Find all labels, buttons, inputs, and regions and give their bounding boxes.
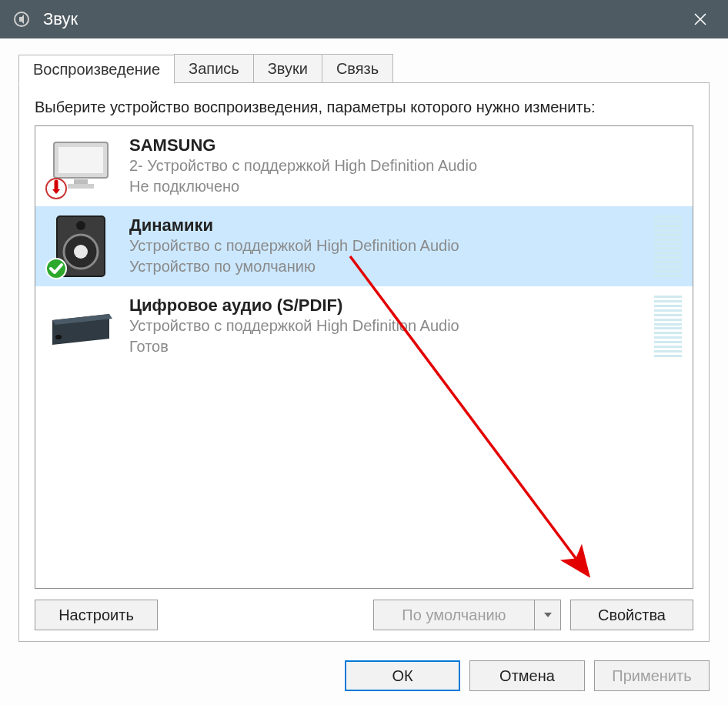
tab-row: ВоспроизведениеЗаписьЗвукиСвязь	[18, 54, 710, 83]
device-name: SAMSUNG	[129, 135, 682, 155]
svg-point-11	[55, 335, 62, 339]
speaker-icon	[46, 214, 115, 279]
set-default-dropdown[interactable]	[535, 600, 561, 630]
cancel-button[interactable]: Отмена	[469, 660, 585, 691]
set-default-button[interactable]: По умолчанию	[373, 600, 535, 630]
instruction-text: Выберите устройство воспроизведения, пар…	[35, 97, 693, 118]
svg-point-9	[76, 221, 85, 230]
tab-panel-playback: Выберите устройство воспроизведения, пар…	[18, 82, 710, 642]
device-status: Не подключено	[129, 176, 682, 197]
level-meter	[654, 296, 682, 357]
tab-звуки[interactable]: Звуки	[253, 54, 322, 83]
device-name: Цифровое аудио (S/PDIF)	[129, 296, 646, 316]
tab-связь[interactable]: Связь	[322, 54, 393, 83]
sound-dialog: Звук ВоспроизведениеЗаписьЗвукиСвязь Выб…	[0, 0, 728, 705]
set-default-splitbutton[interactable]: По умолчанию	[373, 600, 561, 630]
tab-запись[interactable]: Запись	[174, 54, 254, 83]
svg-rect-2	[58, 147, 103, 173]
dialog-button-row: ОК Отмена Применить	[0, 650, 728, 705]
tab-воспроизведение[interactable]: Воспроизведение	[18, 55, 175, 84]
svg-rect-3	[74, 179, 88, 184]
device-item[interactable]: ДинамикиУстройство с поддержкой High Def…	[35, 206, 693, 286]
device-description: Устройство с поддержкой High Definition …	[129, 236, 646, 256]
client-area: ВоспроизведениеЗаписьЗвукиСвязь Выберите…	[0, 38, 728, 650]
device-status: Готов	[129, 336, 646, 357]
device-description: Устройство с поддержкой High Definition …	[129, 316, 646, 336]
device-list[interactable]: SAMSUNG2- Устройство с поддержкой High D…	[35, 125, 693, 589]
device-status: Устройство по умолчанию	[129, 256, 646, 277]
close-button[interactable]	[676, 0, 725, 38]
device-description: 2- Устройство с поддержкой High Definiti…	[129, 155, 682, 176]
window-title: Звук	[43, 9, 676, 29]
configure-button[interactable]: Настроить	[35, 600, 158, 630]
apply-button[interactable]: Применить	[594, 660, 710, 691]
spdif-icon	[46, 294, 115, 359]
titlebar: Звук	[0, 0, 728, 38]
unplugged-badge-icon	[45, 177, 68, 200]
device-name: Динамики	[129, 216, 646, 236]
device-text: ДинамикиУстройство с поддержкой High Def…	[129, 216, 646, 277]
svg-rect-4	[68, 184, 94, 189]
monitor-icon	[46, 134, 115, 199]
device-text: Цифровое аудио (S/PDIF)Устройство с подд…	[129, 296, 646, 357]
device-item[interactable]: Цифровое аудио (S/PDIF)Устройство с подд…	[35, 286, 693, 366]
panel-button-row: Настроить По умолчанию Свойства	[35, 600, 693, 630]
level-meter	[654, 216, 682, 277]
device-item[interactable]: SAMSUNG2- Устройство с поддержкой High D…	[35, 126, 693, 206]
ok-button[interactable]: ОК	[345, 660, 460, 691]
properties-button[interactable]: Свойства	[570, 600, 693, 630]
default-badge-icon	[45, 257, 68, 280]
svg-point-8	[74, 245, 88, 259]
sound-icon	[12, 10, 31, 28]
device-text: SAMSUNG2- Устройство с поддержкой High D…	[129, 135, 682, 197]
